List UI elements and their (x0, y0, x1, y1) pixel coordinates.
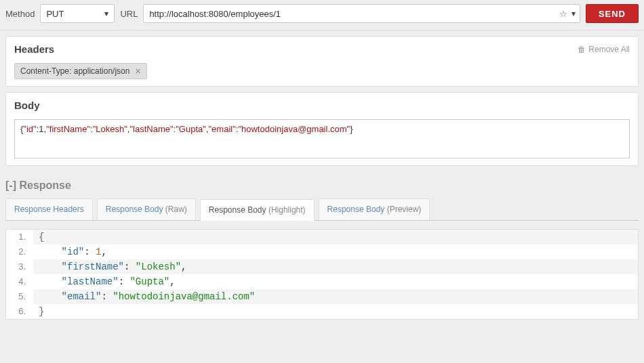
line-number: 3. (6, 259, 33, 274)
response-section: [-] Response Response HeadersResponse Bo… (5, 179, 639, 320)
chevron-down-icon: ▾ (104, 9, 108, 18)
code-line: 5. "email": "howtodoinjava@gmail.com" (6, 289, 638, 304)
tab-response-1[interactable]: Response Body (Raw) (97, 198, 196, 220)
tab-response-2[interactable]: Response Body (Highlight) (200, 199, 315, 221)
remove-all-label: Remove All (588, 45, 630, 54)
code-text: "lastName": "Gupta", (33, 274, 638, 289)
code-text: } (33, 304, 638, 319)
response-title[interactable]: [-] Response (5, 179, 639, 192)
method-value: PUT (46, 9, 64, 19)
code-line: 6.} (6, 304, 638, 319)
code-text: { (33, 230, 638, 244)
headers-panel: Headers 🗑 Remove All Content-Type: appli… (5, 36, 639, 87)
tab-response-0[interactable]: Response Headers (5, 198, 93, 220)
url-label: URL (120, 9, 138, 19)
remove-all-button[interactable]: 🗑 Remove All (578, 45, 630, 54)
code-text: "id": 1, (33, 244, 638, 259)
collapse-toggle[interactable]: [-] (5, 179, 16, 191)
trash-icon: 🗑 (578, 45, 586, 54)
tab-response-3[interactable]: Response Body (Preview) (319, 198, 430, 220)
body-panel: Body {"id":1,"firstName":"Lokesh","lastN… (5, 92, 639, 166)
close-icon[interactable]: ✕ (135, 67, 141, 76)
response-code-block: 1.{2. "id": 1,3. "firstName": "Lokesh",4… (5, 229, 639, 320)
method-select[interactable]: PUT ▾ (40, 4, 115, 23)
headers-title: Headers (14, 43, 54, 55)
header-chips: Content-Type: application/json ✕ (14, 63, 630, 79)
star-icon[interactable]: ☆ (559, 9, 567, 19)
chevron-down-icon[interactable]: ▾ (571, 9, 576, 18)
send-button[interactable]: SEND (586, 4, 639, 23)
code-line: 2. "id": 1, (6, 244, 638, 259)
url-value: http://localhost:8080/employees/1 (149, 9, 281, 19)
header-chip-text: Content-Type: application/json (20, 66, 129, 76)
body-textarea[interactable]: {"id":1,"firstName":"Lokesh","lastName":… (14, 119, 630, 158)
body-title: Body (14, 100, 40, 111)
code-line: 4. "lastName": "Gupta", (6, 274, 638, 289)
request-bar: Method PUT ▾ URL http://localhost:8080/e… (0, 0, 644, 30)
line-number: 6. (6, 304, 33, 319)
url-input[interactable]: http://localhost:8080/employees/1 ☆ ▾ (143, 4, 580, 23)
line-number: 2. (6, 244, 33, 259)
header-chip[interactable]: Content-Type: application/json ✕ (14, 63, 147, 79)
code-text: "firstName": "Lokesh", (33, 259, 638, 274)
code-text: "email": "howtodoinjava@gmail.com" (33, 289, 638, 304)
line-number: 1. (6, 230, 33, 244)
line-number: 5. (6, 289, 33, 304)
response-tabs: Response HeadersResponse Body (Raw)Respo… (5, 198, 639, 221)
response-title-text: Response (19, 179, 71, 191)
line-number: 4. (6, 274, 33, 289)
code-line: 3. "firstName": "Lokesh", (6, 259, 638, 274)
method-label: Method (5, 9, 35, 19)
code-line: 1.{ (6, 230, 638, 244)
